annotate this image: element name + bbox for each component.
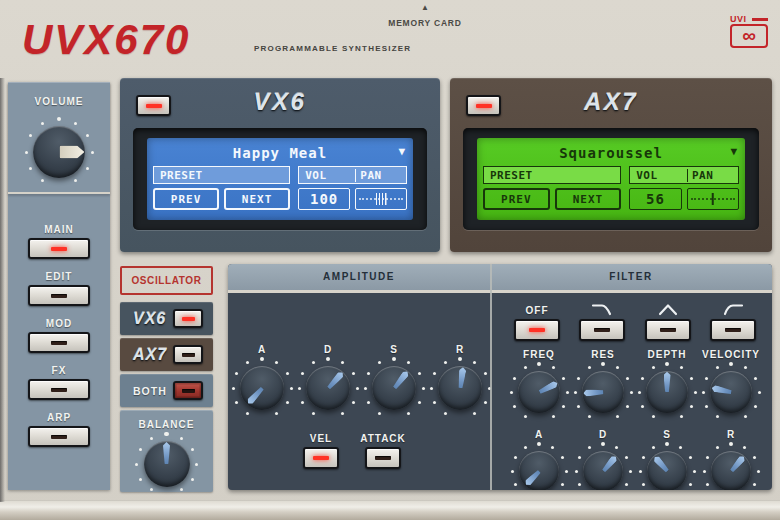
sidebar-unit-edit: EDIT (28, 271, 90, 306)
filter-freq-label: FREQ (523, 349, 555, 360)
amp-release-knob[interactable] (427, 355, 493, 421)
amp-filter-panel: AMPLITUDE FILTER A D S (228, 264, 772, 490)
ax7-prev-button[interactable]: PREV (483, 188, 550, 210)
filter-attack-knob[interactable] (508, 440, 570, 490)
filter-highpass-icon-wrap (722, 301, 744, 316)
filter-release-knob[interactable] (700, 440, 762, 490)
amp-decay-knob[interactable] (295, 355, 361, 421)
ax7-title: AX7 (450, 88, 772, 116)
mod-button[interactable] (28, 332, 90, 353)
oscillator-tab-both[interactable]: BOTH (120, 374, 213, 407)
filter-release-unit: R (700, 429, 762, 490)
main-button-label: MAIN (44, 224, 74, 235)
filter-lowpass-unit (579, 301, 625, 341)
amplitude-zone: A D S R (228, 293, 490, 490)
edit-button-led (51, 294, 67, 298)
product-tagline: PROGRAMMABLE SYNTHESIZER (254, 44, 411, 53)
mod-button-label: MOD (46, 318, 72, 329)
vx6-preset-selector[interactable]: Happy Meal ▼ (153, 141, 407, 165)
main-button[interactable] (28, 238, 90, 259)
amp-sustain-unit: S (361, 344, 427, 421)
filter-lowpass-button[interactable] (579, 319, 625, 341)
ax7-panel: AX7 Squaroussel ▼ PRESET VOL PAN (450, 78, 772, 252)
vx6-lcd-labels-row: PRESET VOL PAN (153, 166, 407, 184)
filter-bandpass-button[interactable] (645, 319, 691, 341)
filter-lowpass-icon-wrap (591, 301, 613, 316)
ax7-volume-value[interactable]: 56 (629, 188, 681, 210)
amp-release-unit: R (427, 344, 493, 421)
volume-section: VOLUME (8, 82, 110, 194)
vx6-panel: VX6 Happy Meal ▼ PRESET VOL PAN (120, 78, 440, 252)
filter-highpass-led (725, 328, 741, 332)
balance-knob[interactable] (133, 430, 201, 498)
sidebar-buttons: MAIN EDIT MOD FX (8, 194, 110, 459)
filter-sustain-unit: S (636, 429, 698, 490)
ax7-next-button[interactable]: NEXT (555, 188, 622, 210)
oscillator-vx6-led (182, 317, 195, 321)
filter-velocity-knob[interactable] (699, 360, 763, 424)
vx6-pan-label: PAN (355, 169, 406, 182)
filter-freq-knob[interactable] (507, 360, 571, 424)
oscillator-vx6-button[interactable] (173, 309, 203, 328)
vx6-preset-label-text: PRESET (160, 169, 203, 182)
vel-button[interactable] (303, 447, 339, 469)
amp-attack-knob[interactable] (229, 355, 295, 421)
filter-bandpass-icon-wrap (657, 301, 679, 316)
vx6-prev-button[interactable]: PREV (153, 188, 219, 210)
oscillator-ax7-button[interactable] (173, 345, 203, 364)
filter-sustain-knob[interactable] (636, 440, 698, 490)
filter-decay-knob[interactable] (572, 440, 634, 490)
memory-card-label: MEMORY CARD (388, 18, 462, 28)
vx6-volume-value[interactable]: 100 (298, 188, 350, 210)
vx6-preset-nav: PREV NEXT (153, 188, 290, 210)
amp-attack-label: A (258, 344, 266, 355)
volume-knob[interactable] (22, 115, 96, 189)
ax7-pan-slider[interactable] (687, 188, 739, 210)
vx6-lcd: Happy Meal ▼ PRESET VOL PAN PREV NEXT (147, 138, 413, 220)
balance-label: BALANCE (120, 419, 213, 430)
vx6-pan-marker (376, 193, 387, 206)
oscillator-tab-ax7[interactable]: AX7 (120, 338, 213, 371)
arp-button[interactable] (28, 426, 90, 447)
filter-depth-unit: DEPTH (635, 349, 699, 424)
attack-button-led (375, 456, 391, 460)
fx-button[interactable] (28, 379, 90, 400)
attack-button-unit: ATTACK (363, 433, 403, 469)
dropdown-arrow-icon[interactable]: ▼ (730, 145, 737, 158)
ax7-preset-name[interactable]: Squaroussel (559, 145, 663, 161)
dropdown-arrow-icon[interactable]: ▼ (398, 145, 405, 158)
arp-button-label: ARP (47, 412, 71, 423)
oscillator-ax7-label: AX7 (133, 346, 167, 364)
filter-res-knob[interactable] (571, 360, 635, 424)
filter-velocity-unit: VELOCITY (699, 349, 763, 424)
oscillator-vx6-label: VX6 (133, 310, 166, 328)
amp-sustain-label: S (390, 344, 398, 355)
filter-highpass-button[interactable] (710, 319, 756, 341)
ax7-vol-label: VOL (630, 169, 687, 182)
sidebar-unit-fx: FX (28, 365, 90, 400)
filter-depth-knob[interactable] (635, 360, 699, 424)
oscillator-both-label: BOTH (133, 385, 167, 397)
product-logo: UVX670 (22, 16, 190, 64)
vel-button-unit: VEL (301, 433, 341, 469)
oscillator-tab-vx6[interactable]: VX6 (120, 302, 213, 335)
edit-button[interactable] (28, 285, 90, 306)
ax7-preset-selector[interactable]: Squaroussel ▼ (483, 141, 739, 165)
filter-freq-unit: FREQ (507, 349, 571, 424)
ax7-lcd: Squaroussel ▼ PRESET VOL PAN PREV NEXT (477, 138, 745, 220)
vx6-preset-name[interactable]: Happy Meal (233, 145, 327, 161)
attack-button[interactable] (365, 447, 401, 469)
filter-knob-row-1: FREQ RES DEPTH VELOCITY (490, 349, 772, 424)
attack-button-label: ATTACK (360, 433, 406, 444)
filter-zone: OFF (490, 293, 772, 490)
vx6-pan-slider[interactable] (355, 188, 407, 210)
vx6-next-button[interactable]: NEXT (224, 188, 290, 210)
amplitude-header: AMPLITUDE (228, 264, 490, 290)
volume-label: VOLUME (8, 96, 110, 107)
fx-button-label: FX (52, 365, 67, 376)
amp-attack-unit: A (229, 344, 295, 421)
vx6-vol-label: VOL (299, 169, 355, 182)
oscillator-both-button[interactable] (173, 381, 203, 400)
filter-off-button[interactable] (514, 319, 560, 341)
amp-sustain-knob[interactable] (361, 355, 427, 421)
